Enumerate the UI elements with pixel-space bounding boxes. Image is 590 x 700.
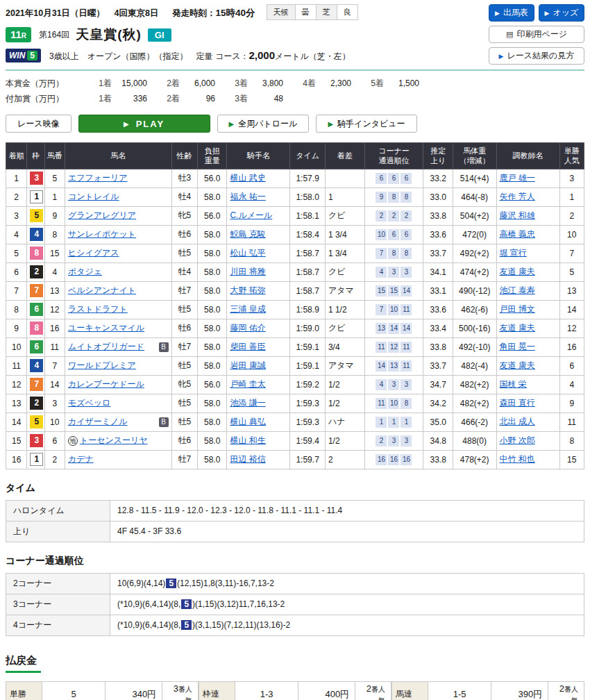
horse-name-link[interactable]: カデナ (68, 454, 94, 464)
jockey-name-link[interactable]: C.ルメール (230, 210, 272, 220)
horse-name-link[interactable]: ワールドプレミア (68, 360, 136, 370)
guide-icon: ▶ (499, 53, 504, 60)
jockey-interview-button[interactable]: ▶騎手インタビュー (316, 115, 416, 133)
finish-time: 1:58.7 (290, 244, 326, 262)
estimated-last-3f: 33.6 (423, 225, 453, 244)
media-buttons-row: レース映像 ▶PLAY ▶全周パトロール ▶騎手インタビュー (6, 115, 584, 133)
winner-number-highlight: 5 (166, 578, 176, 588)
jockey-name-link[interactable]: 藤岡 佑介 (230, 323, 265, 333)
trainer-name-link[interactable]: 角田 晃一 (500, 342, 535, 351)
horse-name-link[interactable]: コントレイル (68, 192, 119, 201)
trainer-name-link[interactable]: 堀 宣行 (500, 248, 527, 258)
jockey-name-link[interactable]: 池添 謙一 (230, 398, 265, 408)
corner-position-badge: 16 (388, 454, 399, 465)
horse-name-link[interactable]: ペルシアンナイト (68, 285, 136, 295)
corner-position-badge: 13 (388, 360, 399, 372)
result-row: 14510カイザーミノルB牡558.0横山 典弘1:59.3ハナ11135.04… (6, 412, 584, 431)
horse-name-link[interactable]: カレンブーケドール (68, 379, 144, 389)
prize-amount: 96 (185, 92, 215, 107)
win-popularity: 1 (559, 188, 584, 206)
jockey-name-link[interactable]: 横山 典弘 (230, 417, 265, 426)
jockey-name-link[interactable]: 横山 和生 (230, 435, 265, 445)
odds-button[interactable]: ▶オッズ (539, 4, 584, 22)
horse-name-cell: ヒシイグアス (65, 244, 171, 262)
estimated-last-3f: 34.7 (423, 375, 453, 394)
jockey-name-link[interactable]: 松山 弘平 (230, 248, 265, 258)
horse-name-link[interactable]: トーセンスーリヤ (80, 435, 148, 445)
horse-name-link[interactable]: ムイトオブリガード (68, 342, 144, 351)
horse-name-cell: モズベッロ (65, 394, 171, 412)
patrol-video-button[interactable]: ▶全周パトロール (217, 115, 310, 133)
prize-pair: 5着1,500 (351, 76, 419, 92)
horse-name-link[interactable]: ヒシイグアス (68, 248, 119, 258)
corner-passing-order: 161616 (364, 450, 423, 469)
trainer-name-link[interactable]: 森田 直行 (500, 398, 535, 408)
results-table: 着順枠馬番馬名性齢負担 重量騎手名タイム着差コーナー 通過順位推定 上り馬体重 … (6, 142, 584, 469)
trainer-name-link[interactable]: 国枝 栄 (500, 379, 527, 389)
bet-type-label: 枠連 (199, 681, 235, 700)
race-number-suffix: R (22, 32, 26, 40)
print-page-button[interactable]: ▤印刷用ページ (489, 26, 584, 43)
corner-position-badge: 2 (388, 210, 399, 222)
trainer-name-link[interactable]: 友道 康夫 (500, 323, 535, 333)
carried-weight: 58.0 (197, 338, 226, 356)
finish-time: 1:59.7 (290, 450, 326, 469)
jockey-name-link[interactable]: 岩田 康誠 (230, 360, 265, 370)
header-left: 2021年10月31日（日曜） 4回東京8日 発走時刻：15時40分 天候 曇 … (6, 4, 482, 65)
prize-pair: 1着336 (79, 92, 147, 107)
corner-position-badge: 13 (376, 323, 387, 334)
horse-name-link[interactable]: モズベッロ (68, 398, 110, 408)
main-prize-label: 本賞金（万円） (6, 76, 79, 92)
horse-name-link[interactable]: グランアレグリア (68, 210, 136, 220)
horse-name-cell: 地トーセンスーリヤ (65, 431, 171, 450)
horse-number: 5 (44, 169, 65, 188)
popularity-suffix: 番人気 (564, 685, 578, 700)
jockey-name-link[interactable]: 横山 武史 (230, 173, 265, 183)
finish-time: 1:58.1 (290, 206, 326, 225)
horse-name-link[interactable]: カイザーミノル (68, 417, 128, 426)
jockey-name-link[interactable]: 柴田 善臣 (230, 342, 265, 351)
results-column-header: 枠 (27, 143, 44, 169)
estimated-last-3f: 34.2 (423, 394, 453, 412)
horse-number: 10 (44, 412, 65, 431)
results-column-header: 性齢 (171, 143, 197, 169)
finish-position: 5 (6, 244, 27, 262)
trainer-name-link[interactable]: 鹿戸 雄一 (500, 173, 535, 183)
main-prize-values: 1着15,0002着6,0003着3,8004着2,3005着1,500 (79, 76, 419, 92)
sex-age: 牡6 (171, 431, 197, 450)
trainer-name-link[interactable]: 友道 康夫 (500, 267, 535, 276)
jockey-name-link[interactable]: 大野 拓弥 (230, 285, 265, 295)
frame-cell: 5 (27, 206, 44, 225)
entries-icon: ▶ (495, 10, 500, 17)
results-guide-button[interactable]: ▶レース結果の見方 (489, 47, 584, 65)
horse-name-link[interactable]: ポタジェ (68, 267, 102, 276)
turf-value: 良 (337, 5, 357, 20)
horse-name-link[interactable]: サンレイポケット (68, 229, 136, 239)
jockey-name-link[interactable]: 戸崎 圭太 (230, 379, 265, 389)
trainer-name-link[interactable]: 北出 成人 (500, 417, 535, 426)
play-button[interactable]: ▶PLAY (78, 115, 210, 133)
jockey-name-link[interactable]: 鮫島 克駿 (230, 229, 265, 239)
horse-name-link[interactable]: ユーキャンスマイル (68, 323, 144, 333)
entries-button[interactable]: ▶出馬表 (489, 4, 534, 22)
payout-row: 単勝5340円3番人気 (6, 681, 199, 700)
jockey-name-link[interactable]: 三浦 皇成 (230, 304, 265, 314)
jockey-name-link[interactable]: 川田 将雅 (230, 267, 265, 276)
results-column-header: 馬名 (65, 143, 171, 169)
trainer-name-link[interactable]: 小野 次郎 (500, 435, 535, 445)
trainer-name-link[interactable]: 戸田 博文 (500, 304, 535, 314)
horse-name-link[interactable]: エフフォーリア (68, 173, 128, 183)
trainer-name-link[interactable]: 高橋 義忠 (500, 229, 535, 239)
trainer-name-link[interactable]: 池江 泰寿 (500, 285, 535, 295)
trainer-name-link[interactable]: 矢作 芳人 (500, 192, 535, 201)
trainer-name-link[interactable]: 友道 康夫 (500, 360, 535, 370)
race-video-button[interactable]: レース映像 (6, 115, 71, 133)
horse-name-link[interactable]: ラストドラフト (68, 304, 128, 314)
jockey-name-link[interactable]: 福永 祐一 (230, 192, 265, 201)
payout-popularity: 2番人気 (548, 681, 584, 700)
corner-passing-order: 111 (364, 412, 423, 431)
trainer-name-link[interactable]: 藤沢 和雄 (500, 210, 535, 220)
jockey-name-link[interactable]: 田辺 裕信 (230, 454, 265, 464)
sex-age: 牡5 (171, 300, 197, 319)
trainer-name-link[interactable]: 中竹 和也 (500, 454, 535, 464)
